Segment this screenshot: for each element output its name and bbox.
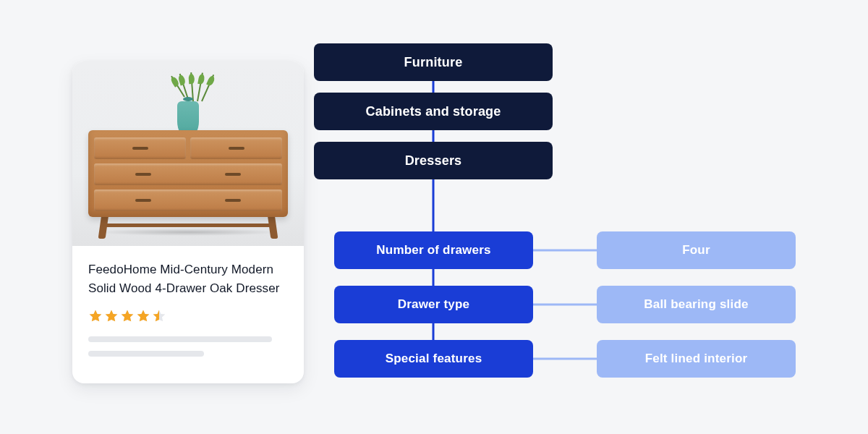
category-node-2: Dressers — [314, 142, 553, 179]
product-image — [72, 61, 304, 246]
star-icon — [120, 309, 135, 323]
star-icon — [104, 309, 119, 323]
star-icon — [88, 309, 103, 323]
attr-name-1: Drawer type — [334, 286, 533, 323]
product-title: FeedoHome Mid-Century Modern Solid Wood … — [88, 260, 288, 299]
attr-value-0: Four — [597, 231, 796, 269]
attr-value-2: Felt lined interior — [597, 340, 796, 378]
star-icon — [136, 309, 150, 323]
dresser-illustration — [88, 130, 288, 239]
star-rating — [88, 309, 288, 323]
star-icon — [152, 309, 166, 323]
product-card: FeedoHome Mid-Century Modern Solid Wood … — [72, 61, 304, 383]
attr-name-2: Special features — [334, 340, 533, 378]
category-node-1: Cabinets and storage — [314, 93, 553, 130]
category-node-0: Furniture — [314, 43, 553, 81]
attr-name-0: Number of drawers — [334, 231, 533, 269]
placeholder-lines — [88, 336, 288, 357]
attr-value-1: Ball bearing slide — [597, 286, 796, 323]
